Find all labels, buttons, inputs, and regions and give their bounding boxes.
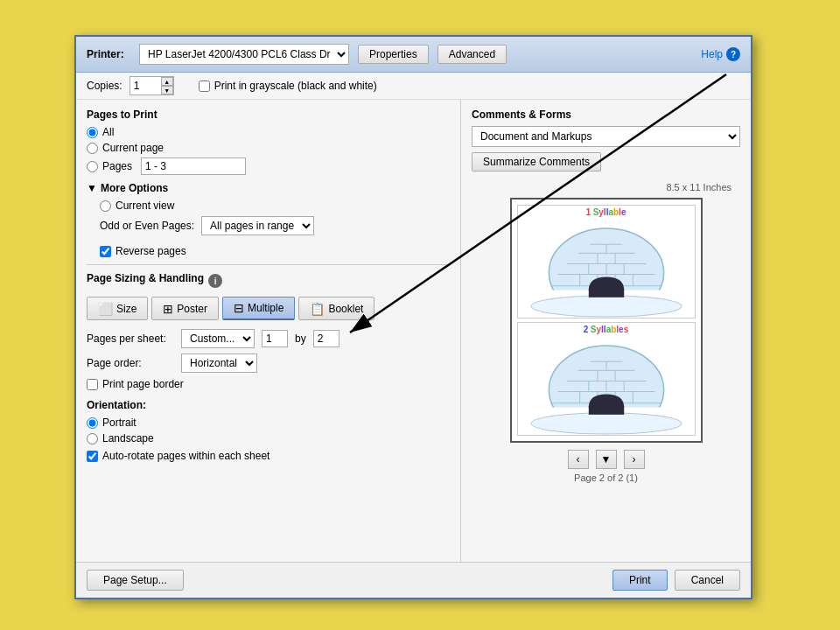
current-view-radio[interactable] (100, 200, 111, 212)
igloo-svg-2 (518, 336, 695, 435)
more-options-label: More Options (101, 182, 168, 194)
next-btn[interactable]: › (624, 450, 645, 469)
preview-card-2: 2 Syllables (517, 322, 696, 436)
size-label: Size (116, 303, 136, 315)
cols-input[interactable] (313, 330, 340, 347)
auto-rotate-item: Auto-rotate pages within each sheet (87, 450, 450, 462)
print-border-item: Print page border (87, 378, 450, 390)
size-icon: ⬜ (98, 302, 113, 316)
preview-box: 1 Syllable (510, 198, 703, 443)
all-radio-item: All (87, 126, 450, 138)
all-radio[interactable] (87, 127, 98, 138)
print-button[interactable]: Print (612, 570, 668, 591)
preview-size: 8.5 x 11 Inches (666, 182, 732, 192)
auto-rotate-label: Auto-rotate pages within each sheet (102, 450, 270, 462)
page-order-select[interactable]: Horizontal (181, 354, 257, 373)
page-setup-button[interactable]: Page Setup... (87, 570, 184, 591)
multiple-icon: ⊟ (234, 301, 244, 315)
print-dialog: Printer: HP LaserJet 4200/4300 PCL6 Clas… (74, 35, 752, 599)
rows-input[interactable] (262, 330, 288, 347)
comments-select[interactable]: Document and Markups (472, 126, 740, 147)
nav-row: ‹ ▼ › (568, 450, 645, 469)
copies-up[interactable]: ▲ (161, 77, 173, 86)
sizing-title-row: Page Sizing & Handling i (87, 272, 450, 290)
svg-point-0 (531, 296, 682, 317)
igloo-svg-1 (518, 219, 695, 318)
grayscale-checkbox[interactable] (199, 80, 210, 92)
multiple-tab[interactable]: ⊟ Multiple (222, 297, 295, 320)
odd-even-select[interactable]: All pages in range (201, 216, 314, 235)
reverse-checkbox[interactable] (100, 246, 111, 257)
more-options-content: Current view Odd or Even Pages: All page… (87, 200, 450, 257)
dialog-header: Printer: HP LaserJet 4200/4300 PCL6 Clas… (76, 37, 751, 73)
odd-even-row: Odd or Even Pages: All pages in range (100, 216, 450, 235)
preview-card-1: 1 Syllable (517, 205, 696, 318)
more-options-section: ▼ More Options Current view Odd or Even … (87, 182, 450, 257)
landscape-label: Landscape (102, 432, 154, 444)
pages-radio[interactable] (87, 161, 98, 172)
current-page-label: Current page (102, 142, 164, 154)
copies-down[interactable]: ▼ (161, 86, 173, 94)
svg-rect-18 (588, 289, 623, 298)
cancel-button[interactable]: Cancel (675, 570, 740, 591)
pages-range-input[interactable] (141, 158, 246, 175)
copies-input[interactable] (130, 78, 161, 94)
right-panel: Comments & Forms Document and Markups Su… (461, 100, 751, 562)
copies-row: Copies: ▲ ▼ Print in grayscale (black an… (76, 73, 751, 100)
current-view-label: Current view (116, 200, 174, 212)
pages-per-sheet-label: Pages per sheet: (87, 332, 174, 345)
booklet-tab[interactable]: 📋 Booklet (298, 297, 374, 320)
print-border-checkbox[interactable] (87, 379, 98, 390)
portrait-item: Portrait (87, 416, 450, 429)
printer-select[interactable]: HP LaserJet 4200/4300 PCL6 Class Driver (139, 44, 349, 65)
pages-to-print-title: Pages to Print (87, 108, 450, 121)
auto-rotate-checkbox[interactable] (87, 451, 98, 462)
help-link[interactable]: Help ? (701, 47, 740, 61)
sizing-tab-row: ⬜ Size ⊞ Poster ⊟ Multiple 📋 Booklet (87, 297, 450, 320)
help-icon: ? (726, 47, 740, 61)
poster-icon: ⊞ (163, 302, 173, 316)
summarize-btn[interactable]: Summarize Comments (472, 152, 601, 172)
size-tab[interactable]: ⬜ Size (87, 297, 148, 320)
reverse-check-item: Reverse pages (100, 245, 450, 257)
copies-spinner: ▲ ▼ (161, 77, 173, 94)
preview-area: 8.5 x 11 Inches 1 Syllable (472, 182, 740, 553)
current-view-item: Current view (100, 200, 450, 212)
poster-label: Poster (177, 303, 207, 315)
nav-slider[interactable]: ▼ (596, 450, 617, 469)
pages-label: Pages (102, 160, 132, 172)
page-order-label: Page order: (87, 357, 174, 369)
svg-rect-37 (588, 406, 623, 415)
grayscale-label: Print in grayscale (black and white) (214, 80, 377, 92)
current-page-radio-item: Current page (87, 142, 450, 154)
dialog-footer: Page Setup... Print Cancel (76, 562, 751, 598)
help-text: Help (701, 48, 723, 60)
copies-input-wrap: ▲ ▼ (130, 76, 174, 95)
odd-even-label: Odd or Even Pages: (100, 220, 194, 232)
portrait-label: Portrait (102, 416, 136, 429)
page-order-row: Page order: Horizontal (87, 354, 450, 373)
more-options-arrow: ▼ (87, 182, 97, 194)
orientation-title: Orientation: (87, 399, 450, 411)
left-panel: Pages to Print All Current page Pages (76, 100, 461, 562)
by-text: by (295, 332, 306, 345)
prev-btn[interactable]: ‹ (568, 450, 589, 469)
pages-per-sheet-select[interactable]: Custom... (181, 329, 255, 348)
multiple-label: Multiple (248, 302, 284, 314)
divider-1 (87, 264, 450, 265)
dialog-body: Pages to Print All Current page Pages (76, 100, 751, 562)
portrait-radio[interactable] (87, 417, 98, 429)
pages-radio-item: Pages (87, 158, 450, 175)
printer-label: Printer: (87, 48, 130, 60)
advanced-button[interactable]: Advanced (438, 45, 507, 64)
copies-label: Copies: (87, 80, 122, 92)
more-options-header[interactable]: ▼ More Options (87, 182, 450, 194)
landscape-radio[interactable] (87, 433, 98, 444)
card1-title: 1 Syllable (518, 206, 695, 219)
poster-tab[interactable]: ⊞ Poster (151, 297, 219, 320)
properties-button[interactable]: Properties (358, 45, 429, 64)
current-page-radio[interactable] (87, 143, 98, 154)
comments-forms-section: Comments & Forms Document and Markups Su… (472, 108, 740, 172)
grayscale-check-wrap: Print in grayscale (black and white) (199, 80, 377, 92)
page-info: Page 2 of 2 (1) (574, 472, 638, 483)
